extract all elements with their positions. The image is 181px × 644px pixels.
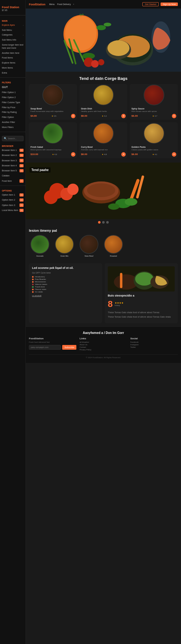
footer-content: FoodStation Fresh food delivered fast Su… [29,337,178,351]
mini-menu-section: lesion itmeny pal Avocado Grain Mix Stew… [26,225,181,260]
footer-col2-title: Links [80,337,127,340]
search-input[interactable] [8,137,22,140]
mini-card-1[interactable]: Grain Mix [53,235,75,257]
food-card-body-2: Spicy Sauce Rich tomato sauce with spice… [130,106,178,120]
sidebar-browser-1[interactable]: Browser Item 2 11 [0,153,25,158]
footer-link-2[interactable]: About Us [80,344,127,346]
sidebar-browser-2[interactable]: Browser Item 3 11 [0,158,25,163]
info-right-desc2: These Tomas Gato shala food of allrore a… [108,315,175,319]
footer-social-ig[interactable]: Instagram [130,344,178,346]
footer-social-fb[interactable]: Facebook [130,341,178,343]
food-card-img-5 [130,122,178,144]
sidebar-price: $7.85 [2,9,24,11]
sidebar-logo: Food Station $7.85 [0,3,25,15]
info-right-image [108,266,175,291]
sidebar-item-9[interactable]: Extra [0,70,25,75]
sidebar-item-explore[interactable]: Explore Apes › [0,23,25,28]
mini-menu-title: lesion itmeny pal [29,229,178,232]
add-to-cart-0[interactable]: + [71,114,75,118]
footer-email-input[interactable] [29,345,61,350]
mini-card-2[interactable]: Stew Bowl [78,235,100,257]
sidebar-browser-6[interactable]: Food Item 11 [0,178,25,183]
navbar-link-delivery[interactable]: Food Delivery [57,3,71,5]
info-item-2: Mmmmmmm [32,281,99,283]
sidebar-filter-1[interactable]: Filter Option 1 [0,90,25,95]
banner-section: Tend paahe [26,163,181,219]
sidebar-item-gut[interactable]: GUT [0,84,25,90]
sidebar-section-main: Main [0,18,25,23]
info-dot-0 [32,276,34,278]
sidebar-browser-3[interactable]: Browser Item 4 11 [0,163,25,168]
sidebar-item-categories[interactable]: Categories › [0,32,25,37]
sidebar-filter-6[interactable]: Filter Option [0,115,25,120]
navbar-link-more[interactable]: › [73,3,74,5]
sidebar-item-7[interactable]: Explore Items [0,60,25,65]
sidebar-item-sub[interactable]: Sub Menu [0,28,25,33]
info-big-number: 8 [108,299,113,309]
sidebar-item-6[interactable]: Food Items [0,55,25,60]
sidebar-browser-4[interactable]: Browser Item 5 11 [0,168,25,173]
footer-link-1[interactable]: all disadver [80,341,127,343]
food-plate-4 [93,123,114,144]
food-card-2[interactable]: Spicy Sauce Rich tomato sauce with spice… [130,84,178,120]
sidebar-filter-7[interactable]: Another Filter [0,120,25,125]
add-to-cart-2[interactable]: + [172,114,176,118]
mini-card-0[interactable]: Avocado [29,235,51,257]
food-card-4[interactable]: Curry Bowl Aromatic curry with basmati r… [80,122,128,158]
mini-name-1: Grain Mix [53,255,75,257]
sidebar-filter-5[interactable]: Filter by Rating [0,110,25,115]
mini-name-3: Roasted [102,255,124,257]
mini-card-3[interactable]: Roasted [102,235,124,257]
sidebar-item-8[interactable]: More Items [0,65,25,70]
carousel-dot-2[interactable] [106,221,109,224]
food-card-1[interactable]: Grain Dish Healthy grains with fresh her… [80,84,128,120]
carousel-dot-1[interactable] [102,221,105,224]
info-section: Led oconme pek liqad of ot oil. Go OFF C… [26,260,181,326]
carousel-dot-0[interactable] [98,221,101,224]
food-plate-5 [144,123,164,144]
sidebar-option-3[interactable]: Local Menu Item 11 [0,208,25,213]
banner-content: Tend paahe [30,167,51,173]
sidebar-filter-4[interactable]: Filter by Price [0,105,25,110]
footer-link-4[interactable]: Privacy Policy [80,349,127,351]
sidebar-browser-catalan[interactable]: Catalan [0,173,25,178]
sidebar-filter-2[interactable]: Filter Option 2 [0,95,25,100]
sidebar-divider-2 [0,132,25,132]
footer-col3-title: Social [130,337,178,340]
food-card-0[interactable]: Soup Bowl Fresh homemade soup with veget… [29,84,77,120]
sidebar-divider-1 [0,77,25,78]
food-rating-4: ★ 4.8 [102,153,107,155]
food-card-5[interactable]: Golden Pasta Classic pasta with golden s… [130,122,178,158]
add-to-cart-5[interactable]: + [172,152,176,157]
svg-point-2 [65,16,96,51]
info-extra-link[interactable]: co areatsdt [32,295,99,297]
mini-img-2 [80,235,98,254]
sidebar-item-3[interactable]: Sub Menu Info [0,37,25,42]
sidebar-search-box[interactable]: 🔍 [2,136,24,141]
sidebar-item-5[interactable]: Another item here [0,51,25,56]
mini-name-2: Stew Bowl [78,255,100,257]
sidebar-section-filter: Filters [0,80,25,84]
sidebar-option-0[interactable]: Option Item 1 11 [0,192,25,197]
sidebar-item-4[interactable]: Some longer item text here and more [0,42,25,51]
sidebar-filter-8[interactable]: More Filters [0,125,25,130]
sidebar-option-1[interactable]: Option Item 2 11 [0,197,25,203]
add-to-cart-1[interactable]: + [121,114,126,118]
food-desc-4: Aromatic curry with basmati rice [81,149,126,151]
footer-social-tw[interactable]: Twitter [130,346,178,348]
add-to-cart-3[interactable]: + [71,152,75,157]
add-to-cart-4[interactable]: + [121,152,126,157]
footer-bottom: © 2024 FoodStation. All Rights Reserved. [29,354,178,358]
get-started-button[interactable]: Get Started [142,2,159,6]
food-card-3[interactable]: Fresh Salad Mixed greens with seasonal t… [29,122,77,158]
signup-button[interactable]: Sign Up Now [161,3,178,6]
navbar-link-menu[interactable]: Menu [49,3,55,5]
sidebar-filter-3[interactable]: Filter Cuisine Type [0,100,25,105]
sidebar-browser-0[interactable]: Browser Item 1 11 [0,148,25,153]
food-card-body-3: Fresh Salad Mixed greens with seasonal t… [29,144,77,158]
info-left-subtitle: Go OFF Ca're bme [32,271,99,275]
food-desc-2: Rich tomato sauce with spices [131,110,176,113]
sidebar-option-2[interactable]: Option Item 3 11 [0,203,25,208]
footer-subscribe-button[interactable]: Subscribe [62,345,76,350]
footer-link-3[interactable]: Contact [80,346,127,348]
